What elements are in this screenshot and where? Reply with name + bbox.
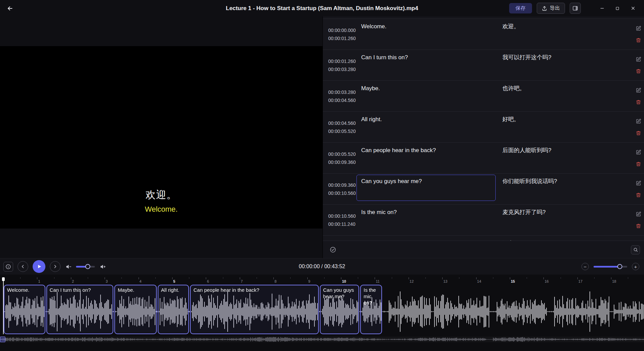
playhead[interactable]	[3, 277, 4, 334]
timeline-clip[interactable]: All right.	[158, 285, 189, 334]
ruler-second-label: 10	[342, 279, 346, 283]
edit-subtitle-button[interactable]	[635, 118, 641, 124]
zoom-slider[interactable]	[594, 266, 627, 268]
delete-subtitle-button[interactable]	[635, 192, 641, 198]
subtitle-row[interactable]: 00:00:05.52000:00:09.360Can people hear …	[323, 142, 644, 173]
subtitle-end-time: 00:00:11.240	[328, 221, 356, 227]
timeline-track[interactable]: Welcome.Can I turn this on?Maybe.All rig…	[0, 285, 644, 334]
subtitle-translation-text[interactable]: 好吧。	[498, 113, 635, 139]
ruler-tick	[121, 277, 122, 279]
subtitle-translation-text[interactable]: 欢迎。	[498, 20, 635, 46]
ruler-tick	[273, 277, 274, 279]
next-subtitle-button[interactable]	[50, 261, 61, 272]
save-button[interactable]: 保存	[509, 3, 532, 13]
edit-subtitle-button[interactable]	[635, 25, 641, 31]
subtitle-row[interactable]: 00:00:03.28000:00:04.560Maybe.也许吧。	[323, 80, 644, 111]
audio-overview-strip[interactable]	[0, 337, 644, 342]
play-button[interactable]	[33, 260, 45, 273]
timeline-clip-label: All right.	[158, 285, 188, 295]
video-frame[interactable]: 欢迎。 Welcome.	[0, 46, 323, 229]
subtitle-translation-text[interactable]: 你们能听到我说话吗?	[498, 175, 635, 201]
zoom-slider-fill	[594, 266, 620, 268]
subtitle-translation-text[interactable]: 后面的人能听到吗?	[498, 144, 635, 170]
timeline-clip[interactable]: Maybe.	[114, 285, 157, 334]
edit-subtitle-button[interactable]	[635, 149, 641, 155]
edit-subtitle-button[interactable]	[635, 211, 641, 217]
volume-slider[interactable]	[76, 266, 95, 268]
ruler-second-label: 17	[578, 279, 582, 283]
timeline-clip[interactable]: Can I turn this on?	[46, 285, 114, 334]
video-player-pane: 欢迎。 Welcome.	[0, 16, 323, 258]
subtitle-translation-text[interactable]: 没有。	[498, 237, 635, 241]
close-button[interactable]	[626, 2, 640, 14]
ruler-second-label: 8	[274, 279, 276, 283]
delete-subtitle-button[interactable]	[635, 37, 641, 43]
edit-icon	[636, 180, 641, 186]
delete-subtitle-button[interactable]	[635, 223, 641, 229]
export-button[interactable]: 导出	[537, 3, 565, 14]
timeline-clip-label: Maybe.	[115, 285, 156, 295]
subtitle-translation-text[interactable]: 也许吧。	[498, 82, 635, 108]
subtitle-translation-text[interactable]: 我可以打开这个吗?	[498, 51, 635, 77]
subtitle-source-text[interactable]: Welcome.	[356, 20, 496, 46]
subtitle-source-text[interactable]: Can I turn this on?	[356, 51, 496, 77]
delete-subtitle-button[interactable]	[635, 68, 641, 74]
ruler-second-label: 15	[511, 279, 515, 283]
timeline-clip-label: Is the mic on?	[361, 285, 381, 308]
volume-slider-thumb[interactable]	[85, 264, 90, 269]
trash-icon	[636, 68, 641, 74]
subtitle-timerange: 00:00:11.240	[328, 236, 356, 241]
timeline-clip[interactable]: Welcome.	[4, 285, 45, 334]
ruler-tick	[20, 277, 21, 279]
verify-subtitles-button[interactable]	[329, 245, 337, 254]
timeline-ruler[interactable]: 12345678910111213141516171819	[0, 277, 644, 285]
zoom-in-button[interactable]: +	[632, 263, 639, 270]
subtitle-translation-text[interactable]: 麦克风打开了吗?	[498, 206, 635, 232]
subtitle-end-time: 00:00:01.260	[328, 36, 356, 41]
subtitle-source-text[interactable]: All right.	[356, 113, 496, 139]
subtitle-end-time: 00:00:03.280	[328, 67, 356, 72]
subtitle-row[interactable]: 00:00:09.36000:00:10.560Can you guys hea…	[323, 173, 644, 204]
timeline-clip[interactable]: Is the mic on?	[360, 285, 382, 334]
search-subtitles-button[interactable]	[631, 245, 640, 254]
playback-info-button[interactable]	[3, 262, 13, 272]
subtitle-source-text[interactable]: Maybe.	[356, 82, 496, 108]
subtitle-row[interactable]: 00:00:00.00000:00:01.260Welcome.欢迎。	[323, 19, 644, 49]
ruler-tick	[206, 277, 206, 279]
ruler-tick	[375, 277, 375, 279]
subtitle-source-text[interactable]: No.	[356, 237, 496, 241]
previous-subtitle-button[interactable]	[17, 261, 28, 272]
subtitle-source-text[interactable]: Is the mic on?	[356, 206, 496, 232]
zoom-out-button[interactable]: −	[581, 263, 589, 270]
subtitle-end-time: 00:00:05.520	[328, 129, 356, 134]
subtitle-row[interactable]: 00:00:10.56000:00:11.240Is the mic on?麦克…	[323, 204, 644, 235]
timeline-clip[interactable]: Can you guys hear me?	[320, 285, 359, 334]
delete-subtitle-button[interactable]	[635, 99, 641, 105]
subtitle-source-text[interactable]: Can you guys hear me?	[356, 175, 496, 201]
time-display: 00:00:00 / 00:43:52	[299, 264, 345, 270]
delete-subtitle-button[interactable]	[635, 161, 641, 167]
delete-subtitle-button[interactable]	[635, 130, 641, 136]
subtitle-row[interactable]: 00:00:04.56000:00:05.520All right.好吧。	[323, 111, 644, 142]
window-controls	[595, 2, 640, 14]
ruler-tick	[223, 277, 223, 279]
subtitle-list: 00:00:00.00000:00:01.260Welcome.欢迎。00:00…	[323, 19, 644, 241]
subtitle-row[interactable]: 00:00:11.240No.没有。	[323, 235, 644, 241]
overview-viewport-handle[interactable]	[0, 337, 5, 342]
edit-subtitle-button[interactable]	[635, 180, 641, 186]
subtitle-row[interactable]: 00:00:01.26000:00:03.280Can I turn this …	[323, 49, 644, 80]
zoom-slider-thumb[interactable]	[617, 264, 622, 269]
timeline-clip[interactable]: Can people hear in the back?	[190, 285, 319, 334]
edit-icon	[636, 57, 641, 62]
back-button[interactable]	[4, 2, 16, 14]
edit-subtitle-button[interactable]	[635, 87, 641, 93]
volume-down-button[interactable]	[65, 263, 72, 270]
edit-subtitle-button[interactable]	[635, 56, 641, 62]
minimize-button[interactable]	[595, 2, 609, 14]
trash-icon	[636, 130, 641, 136]
subtitle-source-text[interactable]: Can people hear in the back?	[356, 144, 496, 170]
toggle-side-panel-button[interactable]	[570, 3, 581, 14]
subtitle-start-time: 00:00:01.260	[328, 59, 356, 64]
maximize-button[interactable]	[610, 2, 624, 14]
volume-up-button[interactable]	[99, 263, 106, 270]
